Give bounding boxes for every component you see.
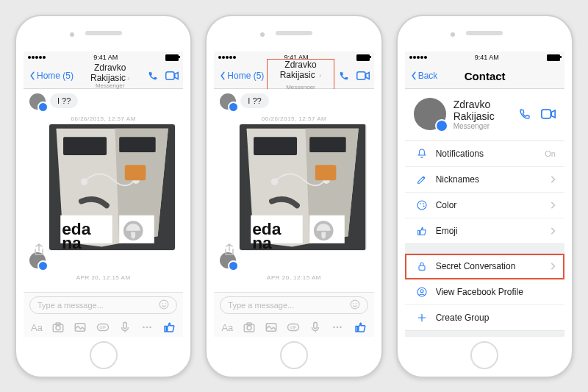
gif-icon[interactable]: GIF bbox=[287, 321, 300, 334]
row-notifications[interactable]: Notifications On bbox=[405, 141, 564, 167]
svg-point-53 bbox=[340, 327, 343, 329]
svg-rect-50 bbox=[314, 322, 318, 328]
more-icon[interactable] bbox=[140, 321, 154, 334]
call-icon[interactable] bbox=[146, 71, 159, 81]
row-create-group[interactable]: Create Group bbox=[405, 305, 564, 330]
gif-icon[interactable]: GIF bbox=[96, 321, 110, 334]
avatar[interactable] bbox=[29, 93, 46, 110]
message-bubble[interactable]: I ?? bbox=[50, 93, 78, 108]
photos-icon[interactable] bbox=[265, 321, 278, 334]
chevron-right-icon bbox=[550, 263, 556, 270]
photo-attachment[interactable]: eda na bbox=[239, 124, 366, 251]
phone-2: 9:41 AM Home (5) Zdravko Rakijasic › Mes… bbox=[205, 15, 382, 378]
video-call-icon[interactable] bbox=[165, 71, 179, 81]
composer: Type a message... Aa GIF bbox=[214, 292, 373, 337]
camera-icon[interactable] bbox=[51, 321, 65, 334]
svg-rect-32 bbox=[310, 137, 346, 152]
message-input[interactable]: Type a message... bbox=[220, 296, 368, 314]
text-format-button[interactable]: Aa bbox=[31, 322, 43, 333]
voice-icon[interactable] bbox=[118, 321, 132, 334]
text-format-button[interactable]: Aa bbox=[221, 322, 233, 333]
timestamp: 06/26/2015, 12:57 AM bbox=[214, 115, 373, 122]
bell-icon bbox=[414, 148, 430, 160]
emoji-button[interactable] bbox=[159, 299, 169, 311]
back-button[interactable]: Back bbox=[409, 71, 438, 81]
svg-point-33 bbox=[271, 178, 279, 185]
photos-icon[interactable] bbox=[74, 321, 87, 334]
svg-text:GIF: GIF bbox=[290, 325, 296, 329]
chevron-right-icon bbox=[550, 202, 556, 209]
svg-point-6 bbox=[81, 178, 88, 185]
nav-bar: Back Contact bbox=[405, 63, 564, 89]
row-nicknames[interactable]: Nicknames bbox=[405, 167, 564, 193]
avatar[interactable] bbox=[220, 93, 236, 110]
svg-point-42 bbox=[353, 303, 354, 304]
emoji-button[interactable] bbox=[350, 299, 360, 311]
contact-name: Zdravko Rakijasic bbox=[453, 99, 510, 122]
svg-rect-31 bbox=[254, 137, 297, 155]
row-color[interactable]: Color bbox=[405, 193, 564, 218]
plus-icon bbox=[414, 312, 430, 324]
back-button[interactable]: Home (5) bbox=[28, 71, 74, 81]
svg-point-51 bbox=[334, 327, 336, 329]
svg-rect-54 bbox=[542, 110, 551, 118]
svg-point-57 bbox=[423, 203, 424, 204]
svg-text:na: na bbox=[62, 233, 82, 250]
svg-point-41 bbox=[351, 300, 359, 309]
message-bubble[interactable]: I ?? bbox=[240, 93, 268, 108]
nav-title[interactable]: Zdravko Rakijasic› Messenger bbox=[76, 63, 143, 89]
palette-icon bbox=[414, 199, 430, 211]
svg-point-61 bbox=[420, 290, 423, 293]
svg-rect-4 bbox=[63, 137, 107, 155]
voice-icon[interactable] bbox=[309, 321, 322, 334]
svg-rect-0 bbox=[166, 72, 174, 80]
svg-rect-59 bbox=[419, 266, 425, 270]
photo-attachment[interactable]: eda na bbox=[49, 124, 176, 251]
home-button[interactable] bbox=[90, 341, 118, 369]
row-view-profile[interactable]: View Facebook Profile bbox=[405, 279, 564, 305]
messenger-badge-icon bbox=[435, 119, 448, 132]
nav-title-highlighted[interactable]: Zdravko Rakijasic › Messenger bbox=[267, 59, 334, 93]
svg-text:na: na bbox=[252, 233, 272, 250]
timestamp: 06/26/2015, 12:57 AM bbox=[24, 115, 183, 122]
chevron-right-icon bbox=[550, 227, 556, 235]
like-icon[interactable] bbox=[162, 321, 176, 334]
contact-subtitle: Messenger bbox=[453, 122, 510, 130]
message-input[interactable]: Type a message... bbox=[29, 296, 177, 314]
svg-point-14 bbox=[159, 300, 168, 309]
video-call-icon[interactable] bbox=[356, 71, 370, 81]
chevron-right-icon bbox=[550, 176, 556, 183]
message-row: I ?? bbox=[214, 89, 373, 114]
more-icon[interactable] bbox=[331, 321, 344, 334]
timestamp: APR 20, 12:15 AM bbox=[214, 274, 373, 281]
svg-text:GIF: GIF bbox=[99, 325, 106, 329]
avatar[interactable] bbox=[414, 98, 446, 130]
camera-icon[interactable] bbox=[243, 321, 256, 334]
contact-profile: Zdravko Rakijasic Messenger bbox=[405, 89, 564, 140]
share-icon[interactable] bbox=[224, 243, 234, 259]
lock-icon bbox=[414, 260, 430, 272]
home-button[interactable] bbox=[280, 341, 308, 369]
video-call-icon[interactable] bbox=[541, 108, 556, 120]
share-icon[interactable] bbox=[34, 243, 44, 259]
row-secret-conversation-highlighted[interactable]: Secret Conversation bbox=[405, 254, 564, 279]
chevron-left-icon bbox=[218, 71, 227, 80]
svg-point-45 bbox=[247, 326, 251, 330]
row-emoji[interactable]: Emoji bbox=[405, 218, 564, 243]
status-bar: 9:41 AM bbox=[405, 51, 564, 63]
nav-bar: Home (5) Zdravko Rakijasic› Messenger bbox=[24, 63, 183, 89]
status-time: 9:41 AM bbox=[93, 54, 118, 61]
chevron-left-icon bbox=[28, 71, 37, 80]
back-button[interactable]: Home (5) bbox=[218, 71, 264, 81]
svg-point-15 bbox=[162, 303, 164, 304]
status-bar: 9:41 AM bbox=[24, 51, 183, 63]
svg-point-58 bbox=[423, 205, 424, 207]
call-icon[interactable] bbox=[337, 71, 351, 81]
pencil-icon bbox=[414, 174, 430, 185]
like-icon[interactable] bbox=[354, 321, 367, 334]
timestamp: APR 20, 12:15 AM bbox=[24, 274, 183, 281]
call-icon[interactable] bbox=[517, 108, 532, 120]
nav-title: Contact bbox=[440, 70, 529, 82]
svg-point-24 bbox=[143, 327, 145, 329]
home-button[interactable] bbox=[470, 341, 498, 369]
